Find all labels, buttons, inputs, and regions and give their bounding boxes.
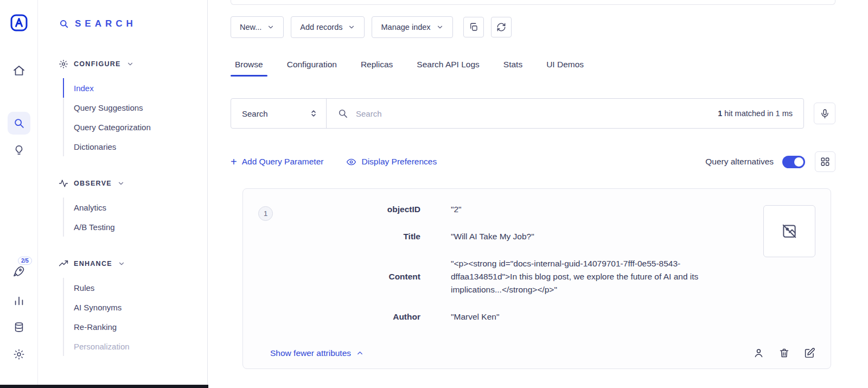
recommend-lightbulb-icon[interactable] bbox=[13, 144, 25, 156]
new-button-label: New... bbox=[240, 23, 261, 31]
add-query-parameter-link[interactable]: + Add Query Parameter bbox=[231, 156, 323, 167]
query-alternatives-label: Query alternatives bbox=[705, 157, 774, 167]
chevron-up-icon bbox=[356, 349, 364, 357]
refresh-icon bbox=[496, 22, 506, 32]
database-icon[interactable] bbox=[13, 321, 25, 333]
toggle-knob bbox=[794, 157, 803, 167]
nav-group-configure: CONFIGURE Index Query Suggestions Query … bbox=[59, 58, 207, 156]
layout-grid-button[interactable] bbox=[815, 151, 835, 172]
attribute-value: "<p><strong id="docs-internal-guid-14079… bbox=[451, 257, 746, 296]
trending-up-icon bbox=[59, 259, 68, 269]
hits-count: 1 bbox=[718, 109, 722, 118]
algolia-logo-icon[interactable] bbox=[9, 13, 29, 33]
query-alternatives-control: Query alternatives bbox=[705, 156, 805, 168]
trash-icon[interactable] bbox=[778, 347, 790, 359]
sidebar-item-rules[interactable]: Rules bbox=[64, 278, 207, 297]
sidebar-item-re-ranking[interactable]: Re-Ranking bbox=[64, 317, 207, 336]
gear-icon bbox=[59, 59, 68, 69]
attribute-value: "2" bbox=[451, 203, 746, 216]
manage-index-label: Manage index bbox=[381, 23, 430, 31]
attribute-name: Title bbox=[278, 232, 420, 241]
nav-items-observe: Analytics A/B Testing bbox=[63, 198, 207, 237]
refresh-button[interactable] bbox=[491, 17, 512, 37]
display-preferences-link[interactable]: Display Preferences bbox=[346, 157, 437, 167]
new-button[interactable]: New... bbox=[231, 16, 284, 38]
nav-group-observe-header[interactable]: OBSERVE bbox=[59, 177, 207, 190]
query-controls-row: + Add Query Parameter Display Preference… bbox=[231, 151, 835, 172]
hits-status: 1hit matched in 1 ms bbox=[718, 109, 793, 118]
show-fewer-attributes-link[interactable]: Show fewer attributes bbox=[270, 348, 364, 358]
microphone-icon bbox=[820, 109, 830, 119]
sidebar-item-analytics[interactable]: Analytics bbox=[64, 198, 207, 217]
index-header-edge bbox=[231, 0, 835, 5]
search-nav-icon[interactable] bbox=[8, 112, 30, 135]
nav-group-label: OBSERVE bbox=[74, 180, 112, 187]
tab-ui-demos[interactable]: UI Demos bbox=[546, 60, 584, 77]
main-content: New... Add records Manage index bbox=[208, 0, 868, 388]
search-product-icon bbox=[59, 18, 69, 29]
nav-group-label: CONFIGURE bbox=[74, 60, 121, 68]
nav-group-configure-header[interactable]: CONFIGURE bbox=[59, 58, 207, 71]
attribute-name: Content bbox=[278, 272, 420, 282]
tab-search-api-logs[interactable]: Search API Logs bbox=[417, 60, 479, 77]
chevron-down-icon bbox=[118, 260, 125, 268]
show-fewer-label: Show fewer attributes bbox=[270, 348, 351, 358]
nav-group-enhance: ENHANCE Rules AI Synonyms Re-Ranking Per… bbox=[59, 257, 207, 356]
nav-items-configure: Index Query Suggestions Query Categoriza… bbox=[63, 78, 207, 156]
add-records-label: Add records bbox=[300, 23, 342, 31]
left-rail: 2/5 bbox=[0, 0, 38, 388]
analytics-bars-icon[interactable] bbox=[13, 295, 25, 307]
record-attributes: objectID "2" Title "Will AI Take My Job?… bbox=[278, 203, 748, 323]
product-title-label: SEARCH bbox=[75, 18, 137, 29]
nav-group-label: ENHANCE bbox=[74, 260, 112, 268]
tab-replicas[interactable]: Replicas bbox=[361, 60, 393, 77]
plus-icon: + bbox=[231, 156, 237, 167]
copy-icon bbox=[469, 22, 478, 32]
add-query-parameter-label: Add Query Parameter bbox=[242, 157, 324, 167]
tab-browse[interactable]: Browse bbox=[235, 60, 263, 77]
tab-stats[interactable]: Stats bbox=[503, 60, 522, 77]
manage-index-button[interactable]: Manage index bbox=[372, 16, 452, 38]
rocket-icon[interactable] bbox=[12, 265, 25, 278]
copy-index-button[interactable] bbox=[463, 17, 484, 37]
edit-icon[interactable] bbox=[804, 347, 815, 359]
activity-icon bbox=[59, 179, 68, 188]
home-icon[interactable] bbox=[12, 64, 25, 77]
sidebar-item-query-suggestions[interactable]: Query Suggestions bbox=[64, 98, 207, 117]
query-segment: 1hit matched in 1 ms bbox=[327, 99, 803, 128]
sidebar-item-ai-synonyms[interactable]: AI Synonyms bbox=[64, 297, 207, 317]
sidebar-item-dictionaries[interactable]: Dictionaries bbox=[64, 137, 207, 156]
record-rank-badge: 1 bbox=[258, 206, 273, 221]
settings-gear-icon[interactable] bbox=[13, 348, 25, 360]
sidebar-item-ab-testing[interactable]: A/B Testing bbox=[64, 217, 207, 237]
search-box: Search 1hit matched in 1 ms bbox=[231, 98, 804, 129]
voice-search-button[interactable] bbox=[814, 103, 835, 124]
record-card-body: 1 objectID "2" Title "Will AI Take My Jo… bbox=[258, 203, 815, 323]
record-actions bbox=[753, 347, 815, 359]
search-mode-label: Search bbox=[242, 109, 268, 118]
image-off-icon bbox=[781, 223, 797, 239]
nav-group-enhance-header[interactable]: ENHANCE bbox=[59, 257, 207, 270]
sidebar-item-index[interactable]: Index bbox=[63, 78, 207, 98]
attribute-name: objectID bbox=[278, 205, 420, 214]
chevron-down-icon bbox=[436, 23, 444, 31]
tab-configuration[interactable]: Configuration bbox=[287, 60, 337, 77]
grid-icon bbox=[820, 157, 830, 167]
search-input[interactable] bbox=[356, 109, 710, 118]
toolbar: New... Add records Manage index bbox=[231, 16, 835, 38]
user-icon[interactable] bbox=[753, 347, 764, 359]
nav-group-observe: OBSERVE Analytics A/B Testing bbox=[59, 177, 207, 237]
index-tabs: Browse Configuration Replicas Search API… bbox=[231, 60, 835, 77]
sidebar: SEARCH CONFIGURE Index Query Suggestions… bbox=[38, 0, 208, 388]
eye-icon bbox=[346, 157, 356, 167]
product-title[interactable]: SEARCH bbox=[59, 18, 207, 29]
sidebar-item-personalization[interactable]: Personalization bbox=[64, 336, 207, 356]
sidebar-item-query-categorization[interactable]: Query Categorization bbox=[64, 117, 207, 137]
search-mode-selector[interactable]: Search bbox=[231, 99, 327, 128]
record-card: 1 objectID "2" Title "Will AI Take My Jo… bbox=[242, 188, 831, 369]
query-alternatives-toggle[interactable] bbox=[782, 156, 805, 168]
record-card-footer: Show fewer attributes bbox=[258, 347, 815, 359]
add-records-button[interactable]: Add records bbox=[291, 16, 365, 38]
hits-text: hit matched in 1 ms bbox=[724, 109, 793, 118]
chevron-down-icon bbox=[348, 23, 355, 31]
